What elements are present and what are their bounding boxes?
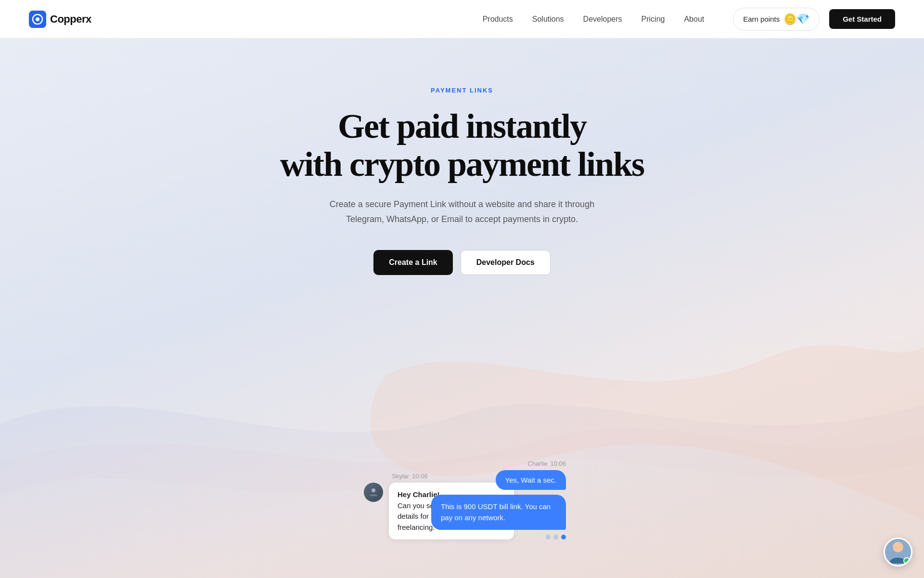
logo-text: Copperx [50,13,91,26]
coins-icon: 🪙💎 [783,13,809,26]
chat-right-bubble1: Yes, Wait a sec. [496,470,566,490]
online-indicator [903,557,910,564]
earn-points-button[interactable]: Earn points 🪙💎 [733,8,820,31]
dot-1 [546,535,551,539]
nav-developers[interactable]: Developers [583,15,622,24]
nav-right: Earn points 🪙💎 Get Started [733,8,895,31]
get-started-button[interactable]: Get Started [829,9,895,29]
section-label: PAYMENT LINKS [431,87,493,94]
chat-typing-dots [393,535,566,539]
support-avatar[interactable] [884,538,912,566]
nav-about[interactable]: About [684,15,704,24]
chat-right-bubble2: This is 900 USDT bill link. You can pay … [431,495,566,530]
nav-solutions[interactable]: Solutions [532,15,564,24]
chat-right-sender: Charlie10:06 [393,460,566,467]
hero-cta-group: Create a Link Developer Docs [373,250,550,275]
dot-3 [561,535,566,539]
svg-point-1 [36,17,39,21]
hero-subtitle: Create a secure Payment Link without a w… [318,197,606,226]
svg-point-2 [372,488,375,492]
hero-title-line1: Get paid instantly [338,107,586,145]
navbar: Copperx Products Solutions Developers Pr… [0,0,924,39]
chat-left-avatar [364,483,383,502]
skylar-avatar [364,483,383,502]
chat-right: Charlie10:06 Yes, Wait a sec. This is 90… [393,460,566,539]
dot-2 [553,535,558,539]
svg-point-4 [893,542,903,552]
create-link-button[interactable]: Create a Link [373,250,452,275]
nav-pricing[interactable]: Pricing [642,15,665,24]
nav-products[interactable]: Products [483,15,513,24]
hero-title: Get paid instantly with crypto payment l… [280,107,644,184]
logo-icon [29,11,46,28]
developer-docs-button[interactable]: Developer Docs [461,250,551,275]
wave-background [0,328,924,578]
logo[interactable]: Copperx [29,11,91,28]
hero-title-line2: with crypto payment links [280,145,644,184]
nav-links: Products Solutions Developers Pricing Ab… [483,15,705,24]
hero-section: PAYMENT LINKS Get paid instantly with cr… [0,39,924,578]
earn-points-label: Earn points [743,15,780,23]
